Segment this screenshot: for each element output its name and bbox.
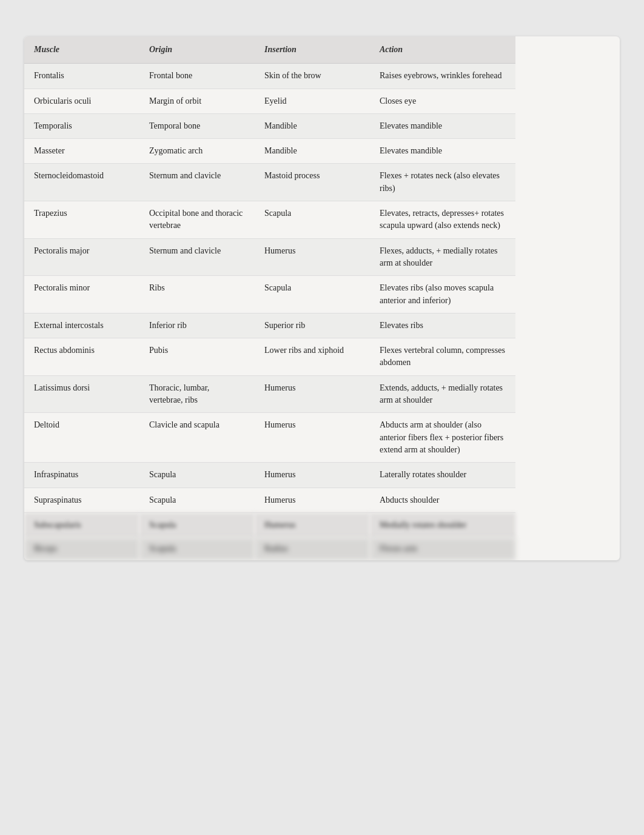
cell-origin: Thoracic, lumbar, vertebrae, ribs <box>139 376 255 414</box>
cell-action: Elevates ribs (also moves scapula anteri… <box>370 276 515 314</box>
cell-insertion: Mastoid process <box>255 164 370 201</box>
cell-action: Elevates mandible <box>370 114 515 139</box>
cell-muscle: Sternocleidomastoid <box>24 164 139 201</box>
cell-action: Abducts arm at shoulder (also anterior f… <box>370 413 515 463</box>
cell-muscle: Infraspinatus <box>24 463 139 488</box>
cell-muscle: Temporalis <box>24 114 139 139</box>
cell-muscle: Trapezius <box>24 201 139 239</box>
cell-origin: Frontal bone <box>139 64 255 89</box>
cell-muscle: Frontalis <box>24 64 139 89</box>
header-action: Action <box>370 36 515 64</box>
cell-muscle: Pectoralis minor <box>24 276 139 314</box>
cell-origin: Clavicle and scapula <box>139 413 255 463</box>
cell-origin: Sternum and clavicle <box>139 164 255 201</box>
cell-origin: Pubis <box>139 338 255 376</box>
cell-origin: Ribs <box>139 276 255 314</box>
cell-insertion-blurred: Humerus <box>255 513 370 538</box>
muscles-table: Muscle Origin Insertion Action Frontalis… <box>24 36 620 560</box>
cell-insertion: Scapula <box>255 201 370 239</box>
cell-insertion: Humerus <box>255 376 370 414</box>
cell-insertion: Skin of the brow <box>255 64 370 89</box>
cell-action: Flexes + rotates neck (also elevates rib… <box>370 164 515 201</box>
cell-muscle-blurred: Subscapularis <box>24 513 139 538</box>
cell-action: Flexes vertebral column, compresses abdo… <box>370 338 515 376</box>
cell-origin-blurred-2: Scapula <box>139 538 255 560</box>
cell-insertion: Mandible <box>255 139 370 164</box>
cell-insertion: Lower ribs and xiphoid <box>255 338 370 376</box>
cell-insertion: Humerus <box>255 488 370 513</box>
cell-origin: Temporal bone <box>139 114 255 139</box>
cell-origin: Inferior rib <box>139 314 255 338</box>
cell-origin: Sternum and clavicle <box>139 239 255 277</box>
cell-origin-blurred: Scapula <box>139 513 255 538</box>
cell-action-blurred-2: Flexes arm <box>370 538 515 560</box>
cell-muscle-blurred-2: Biceps <box>24 538 139 560</box>
cell-action: Closes eye <box>370 89 515 114</box>
cell-origin: Occipital bone and thoracic vertebrae <box>139 201 255 239</box>
cell-insertion: Mandible <box>255 114 370 139</box>
cell-muscle: Supraspinatus <box>24 488 139 513</box>
cell-action: Elevates, retracts, depresses+ rotates s… <box>370 201 515 239</box>
cell-action: Laterally rotates shoulder <box>370 463 515 488</box>
cell-insertion: Superior rib <box>255 314 370 338</box>
cell-action-blurred: Medially rotates shoulder <box>370 513 515 538</box>
cell-action: Flexes, adducts, + medially rotates arm … <box>370 239 515 277</box>
header-insertion: Insertion <box>255 36 370 64</box>
cell-insertion: Humerus <box>255 413 370 463</box>
cell-action: Elevates ribs <box>370 314 515 338</box>
cell-origin: Scapula <box>139 488 255 513</box>
cell-muscle: Masseter <box>24 139 139 164</box>
cell-insertion-blurred-2: Radius <box>255 538 370 560</box>
cell-action: Elevates mandible <box>370 139 515 164</box>
header-muscle: Muscle <box>24 36 139 64</box>
cell-insertion: Humerus <box>255 463 370 488</box>
header-origin: Origin <box>139 36 255 64</box>
cell-insertion: Scapula <box>255 276 370 314</box>
cell-insertion: Humerus <box>255 239 370 277</box>
cell-muscle: External intercostals <box>24 314 139 338</box>
cell-muscle: Rectus abdominis <box>24 338 139 376</box>
cell-muscle: Deltoid <box>24 413 139 463</box>
cell-muscle: Pectoralis major <box>24 239 139 277</box>
cell-action: Raises eyebrows, wrinkles forehead <box>370 64 515 89</box>
cell-origin: Margin of orbit <box>139 89 255 114</box>
cell-action: Abducts shoulder <box>370 488 515 513</box>
table-grid: Muscle Origin Insertion Action Frontalis… <box>24 36 620 560</box>
cell-muscle: Orbicularis oculi <box>24 89 139 114</box>
cell-muscle: Latissimus dorsi <box>24 376 139 414</box>
cell-action: Extends, adducts, + medially rotates arm… <box>370 376 515 414</box>
cell-origin: Scapula <box>139 463 255 488</box>
cell-origin: Zygomatic arch <box>139 139 255 164</box>
cell-insertion: Eyelid <box>255 89 370 114</box>
